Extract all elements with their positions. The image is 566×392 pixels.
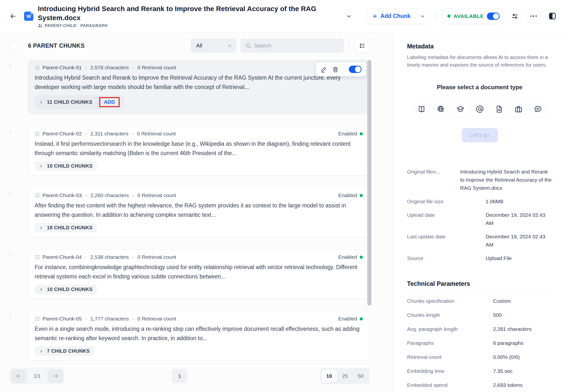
child-chunks-label: 10 CHILD CHUNKS [47,163,93,169]
doc-type-document-button[interactable] [491,101,507,117]
field-value: December 19, 2024 02:43 AM [486,232,552,249]
chunk-status: Enabled [338,254,363,260]
chunk-characters: 1,777 characters [90,316,129,322]
select-all-checkbox[interactable] [10,42,18,50]
child-chunks-expander[interactable]: 11 CHILD CHUNKS ADD [35,95,124,109]
parent-child-icon [38,23,43,28]
field-label: Retrieval count [407,353,488,361]
search-input[interactable] [254,43,339,49]
chunk-id: Parent-Chunk-02 [42,131,82,137]
grid-dots-icon [35,193,40,198]
chunk-card-03[interactable]: Parent-Chunk-03 2,260 characters 0 Retri… [28,188,369,237]
add-chunk-dropdown-button[interactable] [416,9,429,24]
status-text: Enabled [338,316,357,322]
delete-icon[interactable] [332,66,339,73]
page-size-50[interactable]: 50 [353,369,368,383]
chunk-checkbox[interactable] [10,314,10,319]
parent-chunks-count: 6 PARENT CHUNKS [28,42,190,49]
availability-control[interactable]: AVAILABLE [442,8,503,24]
title-chevron-button[interactable] [343,11,354,22]
doc-type-chat-button[interactable] [530,101,546,117]
page-number-button[interactable]: 1 [172,369,187,383]
field-value: Introducing Hybrid Search and Rerank to … [460,168,552,192]
chunk-checkbox[interactable] [10,63,10,68]
chunk-characters: 2,538 characters [90,254,129,260]
chunk-checkbox[interactable] [10,129,10,134]
chevron-right-icon [39,226,43,230]
dot-separator [85,316,87,322]
status-dot [360,194,363,197]
add-chunk-button[interactable]: Add Chunk [367,9,416,24]
collapse-panel-button[interactable] [545,9,559,23]
chunk-card-01[interactable]: Parent-Chunk-01 2,578 characters 0 Retri… [28,60,369,114]
chunk-id: Parent-Chunk-03 [42,192,82,198]
technical-parameters: Technical Parameters Chunks specificatio… [407,280,552,392]
annotation-highlight-box: ADD [99,97,120,107]
next-page-button[interactable] [48,369,63,383]
page-body: 6 PARENT CHUNKS All [0,32,566,392]
chunk-id: Parent-Chunk-04 [42,254,82,260]
chunk-card-02[interactable]: Parent-Chunk-02 2,311 characters 0 Retri… [28,126,369,175]
field-original-filename: Original filen... Introducing Hybrid Sea… [407,165,552,195]
list-toolbar: 6 PARENT CHUNKS All [0,32,393,54]
status-filter-dropdown[interactable]: All [190,39,237,53]
chunking-mode: PARENT-CHILD · PARAGRAPH [38,23,339,28]
chunk-checkbox[interactable] [10,191,10,196]
previous-page-button[interactable] [11,369,26,383]
book-open-icon [417,105,426,113]
chunk-text: Instead, it first performsvectorsearch i… [35,139,363,158]
chunk-row: Parent-Chunk-03 2,260 characters 0 Retri… [10,188,369,237]
field-upload-date: Upload date December 19, 2024 02:43 AM [407,208,552,230]
chunk-status: Enabled [338,192,363,198]
page-range: 1/1 [26,373,48,379]
grid-dots-icon [35,316,40,321]
graduation-cap-icon [456,105,465,113]
chunk-enabled-toggle[interactable] [349,66,362,73]
status-dot [447,15,451,18]
child-chunks-expander[interactable]: 7 CHILD CHUNKS [35,346,94,356]
settings-button[interactable] [508,9,522,23]
scrollbar-thumb[interactable] [367,60,371,306]
field-label: Source [407,254,481,262]
availability-toggle[interactable] [487,13,500,20]
chunk-card-header: Parent-Chunk-04 2,538 characters 0 Retri… [35,254,363,260]
lets-go-button[interactable]: Let's go [462,128,498,142]
page-size-10[interactable]: 10 [322,369,337,383]
child-chunks-expander[interactable]: 10 CHILD CHUNKS [35,285,97,294]
page-size-25[interactable]: 25 [337,369,353,383]
header: W Introducing Hybrid Search and Rerank t… [0,0,566,32]
chunking-mode-label: PARENT-CHILD · PARAGRAPH [45,23,108,28]
doc-type-web-button[interactable] [433,101,449,117]
doc-type-education-button[interactable] [452,101,468,117]
chunk-row: Parent-Chunk-01 2,578 characters 0 Retri… [10,60,369,114]
chunk-checkbox[interactable] [10,253,10,257]
clear-filter-icon[interactable] [227,43,232,48]
dot-separator [85,131,87,137]
doc-type-email-button[interactable] [472,101,488,117]
more-actions-button[interactable] [527,9,540,23]
add-chunk-split-button: Add Chunk [366,8,429,24]
field-label: Original file size [407,197,481,205]
add-child-chunk-button[interactable]: ADD [104,99,115,105]
display-settings-button[interactable] [355,38,369,53]
doc-type-book-button[interactable] [413,101,430,117]
chunk-retrieval-count: 0 Retrieval count [137,316,176,322]
chunk-retrieval-count: 0 Retrieval count [137,65,176,71]
child-chunks-expander[interactable]: 18 CHILD CHUNKS [35,223,97,232]
chunk-card-05[interactable]: Parent-Chunk-05 1,777 characters 0 Retri… [28,311,369,361]
status-label: AVAILABLE [454,13,484,19]
chunk-retrieval-count: 0 Retrieval count [137,131,176,137]
chevron-right-icon [39,164,43,168]
doc-type-business-button[interactable] [510,101,527,117]
dot-separator [132,254,134,260]
chunk-status: Enabled [338,316,363,322]
field-embedded-spend: Embedded spend 2,693 tokens [407,378,552,392]
child-chunks-expander[interactable]: 10 CHILD CHUNKS [35,161,97,171]
grid-dots-icon [35,65,40,70]
filter-value: All [196,43,227,49]
back-button[interactable] [7,11,19,22]
edit-icon[interactable] [321,66,327,73]
field-value: 6 paragraphs [493,339,552,347]
search-box [241,39,344,53]
chunk-card-04[interactable]: Parent-Chunk-04 2,538 characters 0 Retri… [28,249,369,299]
